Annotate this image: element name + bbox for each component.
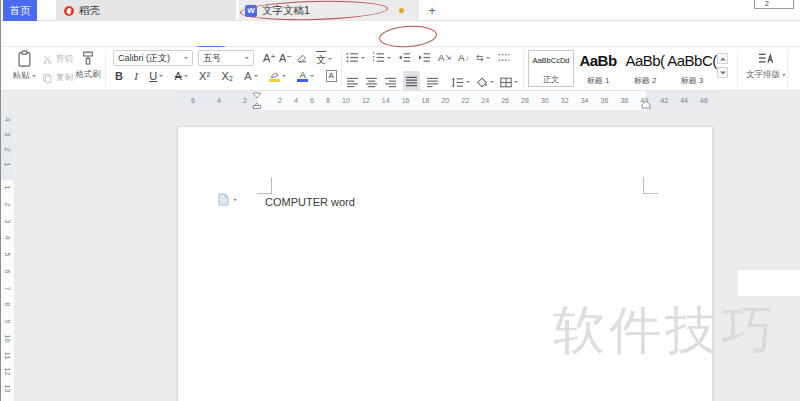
ruler-number: 8: [326, 97, 330, 104]
style-gallery-scroll: [717, 53, 728, 78]
align-left-icon[interactable]: [346, 77, 359, 88]
style-name: 正文: [543, 74, 559, 85]
ruler-number: 1: [4, 186, 11, 190]
ruler-number: 26: [501, 97, 509, 104]
ruler-number: 34: [581, 97, 589, 104]
tab-home[interactable]: 首页: [3, 0, 37, 21]
character-border-button[interactable]: A: [326, 70, 337, 82]
bold-button[interactable]: B: [115, 70, 123, 82]
cut-icon: [42, 54, 53, 65]
line-spacing-button[interactable]: [451, 77, 470, 88]
text-direction-button[interactable]: A↓: [458, 52, 469, 63]
paragraph-row-1: A⇲ A↓ ⇆: [346, 52, 511, 63]
pinyin-icon: 文: [316, 51, 326, 67]
chevron-down-icon: [328, 58, 332, 62]
tab-document[interactable]: W 文字文稿1: [239, 0, 419, 21]
style-heading-1[interactable]: AaBb 标题 1: [575, 50, 621, 87]
margin-cropmark: [643, 177, 644, 194]
ruler-number: 13: [4, 385, 11, 393]
style-heading-2[interactable]: AaBb( 标题 2: [622, 50, 668, 87]
horizontal-ruler[interactable]: 642 246810121416182022242628303234363840…: [177, 91, 713, 110]
triangle-down-icon: [720, 71, 726, 77]
floating-panel: [738, 270, 800, 296]
superscript-button[interactable]: X²: [199, 70, 210, 82]
shrink-font-button[interactable]: A⁻: [279, 52, 292, 65]
bullet-list-icon: [346, 52, 359, 63]
chevron-down-icon: [184, 75, 188, 79]
character-scale-button[interactable]: A⇲: [438, 52, 451, 63]
find-replace-button[interactable]: 查: [792, 51, 800, 80]
style-normal[interactable]: AaBbCcDd 正文: [528, 50, 574, 87]
chevron-down-icon: [245, 57, 249, 61]
ruler-number: 46: [700, 97, 708, 104]
corner-badge: 2: [754, 0, 794, 9]
document-page[interactable]: [177, 126, 713, 401]
wps-writer-window: 首页 稻壳 W 文字文稿1 + 2 文件: [0, 0, 800, 401]
ruler-number: 20: [441, 97, 449, 104]
pinyin-guide-button[interactable]: 文: [316, 51, 332, 67]
divider: [787, 51, 788, 87]
ruler-number: 4: [217, 97, 221, 104]
vertical-ruler[interactable]: 4321 12345678910111213: [1, 110, 14, 401]
margin-cropmark: [257, 193, 272, 194]
ltr-rtl-button[interactable]: ⇆: [476, 53, 490, 63]
paste-button[interactable]: 粘贴: [9, 50, 39, 82]
clear-format-button[interactable]: [295, 52, 308, 65]
numbered-list-button[interactable]: [372, 52, 391, 63]
text-layout-icon: [758, 51, 775, 67]
style-preview: AaBb: [579, 52, 616, 69]
italic-button[interactable]: I: [134, 70, 138, 82]
paragraph-marks-icon[interactable]: [497, 52, 511, 63]
font-color-button[interactable]: A: [297, 70, 314, 82]
ruler-number: 7: [4, 286, 11, 290]
grow-font-button[interactable]: A⁺: [263, 52, 276, 65]
document-body-text[interactable]: COMPUTER word: [265, 196, 355, 208]
font-family-value: Calibri (正文): [118, 52, 170, 65]
tab-docer[interactable]: 稻壳: [56, 0, 236, 21]
page-icon: [218, 193, 229, 206]
paste-dropdown-icon[interactable]: [32, 75, 36, 79]
subscript-button[interactable]: X₂: [221, 70, 233, 82]
borders-button[interactable]: [500, 77, 518, 88]
triangle-up-icon: [720, 54, 726, 60]
ruler-number: 4: [294, 97, 298, 104]
ruler-number: 30: [541, 97, 549, 104]
align-center-icon[interactable]: [365, 77, 378, 88]
strikethrough-button[interactable]: A: [174, 70, 187, 82]
align-right-icon[interactable]: [384, 77, 397, 88]
cut-button: 剪切: [42, 53, 73, 65]
font-family-select[interactable]: Calibri (正文): [113, 50, 193, 66]
ruler-number: 24: [481, 97, 489, 104]
new-tab-button[interactable]: +: [421, 0, 443, 21]
shading-button[interactable]: [476, 77, 494, 88]
style-scroll-up-button[interactable]: [717, 53, 728, 64]
highlight-button[interactable]: [269, 70, 286, 82]
style-heading-3[interactable]: AaBbC( 标题 3: [669, 50, 715, 87]
ruler-number: 12: [362, 97, 370, 104]
right-indent-marker-icon[interactable]: [641, 100, 651, 109]
text-effects-button[interactable]: A: [244, 70, 257, 82]
underline-button[interactable]: U: [149, 70, 163, 82]
font-size-select[interactable]: 五号: [198, 50, 254, 66]
decrease-indent-icon[interactable]: [398, 52, 411, 63]
ruler-number: 42: [660, 97, 668, 104]
numbered-list-icon: [372, 52, 385, 63]
indent-marker-icon[interactable]: [252, 92, 262, 109]
text-layout-button[interactable]: 文字排版: [743, 51, 789, 81]
margin-cropmark: [643, 193, 658, 194]
chevron-down-icon: [514, 81, 518, 85]
style-scroll-down-button[interactable]: [717, 67, 728, 78]
justify-button[interactable]: [403, 71, 420, 93]
divider: [737, 51, 738, 87]
chevron-down-icon: [254, 75, 258, 79]
style-preview: AaBb(: [625, 52, 664, 69]
docer-icon: [64, 6, 74, 16]
ruler-number: 36: [601, 97, 609, 104]
paste-options-button[interactable]: [218, 193, 237, 206]
format-painter-button[interactable]: 格式刷: [73, 50, 103, 81]
chevron-down-icon: [490, 81, 494, 85]
chevron-down-icon: [486, 57, 490, 61]
distribute-icon[interactable]: [426, 77, 439, 88]
bullet-list-button[interactable]: [346, 52, 365, 63]
increase-indent-icon[interactable]: [418, 52, 431, 63]
